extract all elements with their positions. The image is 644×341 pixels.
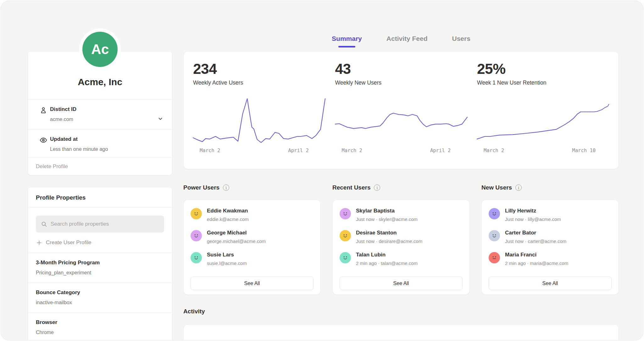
activity-card: 234 240 3.4k: [183, 324, 619, 340]
week1-retention-chart: [477, 97, 609, 144]
info-icon[interactable]: i: [515, 184, 522, 191]
activity-stat-value: 234: [193, 338, 325, 340]
user-detail: 2 min ago · talan@acme.com: [356, 260, 418, 266]
user-detail: eddie.k@acme.com: [207, 216, 249, 222]
chevron-down-icon[interactable]: [157, 115, 164, 122]
user-row[interactable]: Eddie Kwakman eddie.k@acme.com: [191, 207, 314, 222]
user-avatar: [340, 252, 351, 263]
user-avatar: [489, 208, 500, 219]
user-detail: susie.l@acme.com: [207, 260, 247, 266]
x-axis-tick: March 2: [200, 148, 220, 153]
tab-activity-feed[interactable]: Activity Feed: [386, 34, 428, 43]
stat-value: 25%: [477, 61, 609, 77]
user-name: Maria Franci: [505, 251, 568, 258]
x-axis-tick: March 2: [342, 148, 362, 153]
stat-weekly-new-users: 43 Weekly New Users March 2 April 2: [335, 52, 467, 155]
profile-properties-title: Profile Properties: [36, 194, 164, 201]
property-row[interactable]: Bounce Category inactive-mailbox: [28, 283, 172, 312]
list-title: Recent Users: [332, 184, 370, 191]
stat-week1-retention: 25% Week 1 New User Retention March 2 Ma…: [477, 52, 609, 155]
property-label: Bounce Category: [36, 289, 164, 296]
updated-at-row: Updated at Less than one minute ago: [28, 129, 172, 157]
info-icon[interactable]: i: [374, 184, 380, 191]
x-axis-tick: April 2: [288, 148, 308, 153]
user-detail: george.michael@acme.com: [207, 238, 266, 244]
see-all-button[interactable]: See All: [340, 277, 463, 290]
activity-stat-value: 3.4k: [477, 338, 609, 340]
search-icon: [41, 221, 47, 228]
x-axis-tick: March 2: [484, 148, 504, 153]
user-name: George Michael: [207, 229, 266, 236]
tab-users[interactable]: Users: [452, 34, 470, 43]
user-name: Desirae Stanton: [356, 229, 422, 236]
stat-weekly-active-users: 234 Weekly Active Users March 2 April 2: [193, 52, 325, 155]
recent-users-section: Recent Users i Skylar Baptista Just now …: [332, 184, 470, 295]
eye-icon: [39, 136, 47, 144]
profile-properties-card: Profile Properties Create User Profile 3…: [28, 187, 172, 340]
x-axis-tick: March 10: [572, 148, 596, 153]
user-name: Susie Lars: [207, 251, 247, 258]
company-name: Acme, Inc: [78, 77, 122, 87]
delete-profile-button[interactable]: Delete Profile: [36, 163, 68, 170]
user-row[interactable]: Talan Lubin 2 min ago · talan@acme.com: [340, 251, 463, 266]
stat-value: 234: [193, 61, 325, 77]
person-icon: [39, 106, 47, 114]
tab-summary[interactable]: Summary: [332, 34, 362, 43]
user-row[interactable]: Desirae Stanton Just now · desirare@acme…: [340, 229, 463, 244]
list-title: Power Users: [183, 184, 219, 191]
user-row[interactable]: Carter Bator Just now · carter@acme.com: [489, 229, 612, 244]
plus-icon: [36, 240, 42, 246]
power-users-card: Eddie Kwakman eddie.k@acme.com George Mi…: [183, 200, 321, 295]
user-avatar: [340, 208, 351, 219]
user-name: Carter Bator: [505, 229, 566, 236]
info-icon[interactable]: i: [223, 184, 229, 191]
x-axis: March 2 April 2: [335, 148, 467, 155]
stat-label: Weekly New Users: [335, 80, 467, 86]
list-title: New Users: [481, 184, 512, 191]
recent-users-header: Recent Users i: [332, 184, 470, 191]
new-users-section: New Users i Lilly Herwitz Just now · lil…: [481, 184, 619, 295]
delete-profile-row: Delete Profile: [28, 157, 172, 175]
x-axis: March 2 March 10: [477, 148, 609, 155]
weekly-active-users-chart: [193, 97, 325, 144]
x-axis-tick: April 2: [430, 148, 451, 153]
user-row[interactable]: Susie Lars susie.l@acme.com: [191, 251, 314, 266]
recent-users-card: Skylar Baptista Just now · skyler@acme.c…: [332, 200, 470, 295]
property-row[interactable]: 3-Month Pricing Program Pricing_plan_exp…: [28, 253, 172, 283]
new-users-header: New Users i: [481, 184, 619, 191]
user-detail: Just now · carter@acme.com: [505, 238, 566, 244]
updated-at-label: Updated at: [50, 136, 164, 143]
create-user-profile-button[interactable]: Create User Profile: [28, 233, 172, 253]
user-detail: 2 min ago · maria@acme.com: [505, 260, 568, 266]
company-avatar: Ac: [79, 29, 121, 70]
search-input[interactable]: [51, 221, 159, 227]
create-user-profile-label: Create User Profile: [46, 239, 92, 246]
updated-at-value: Less than one minute ago: [50, 146, 164, 152]
user-name: Skylar Baptista: [356, 207, 418, 214]
stat-label: Weekly Active Users: [193, 80, 325, 86]
profile-properties-header: Profile Properties: [28, 187, 172, 207]
summary-card: 234 Weekly Active Users March 2 April 2 …: [183, 51, 619, 169]
power-users-header: Power Users i: [183, 184, 321, 191]
distinct-id-row: Distinct ID acme.com: [28, 99, 172, 129]
property-row[interactable]: Browser Chrome: [28, 312, 172, 340]
user-detail: Just now · lilly@acme.com: [505, 216, 561, 222]
property-value: inactive-mailbox: [36, 299, 164, 306]
see-all-button[interactable]: See All: [489, 277, 612, 290]
app-frame: Ac Acme, Inc Distinct ID acme.com Update…: [1, 1, 643, 340]
weekly-new-users-chart: [335, 97, 467, 144]
new-users-card: Lilly Herwitz Just now · lilly@acme.com …: [481, 200, 619, 295]
user-name: Eddie Kwakman: [207, 207, 249, 214]
user-detail: Just now · skyler@acme.com: [356, 216, 418, 222]
see-all-button[interactable]: See All: [191, 277, 314, 290]
user-name: Talan Lubin: [356, 251, 418, 258]
user-row[interactable]: Skylar Baptista Just now · skyler@acme.c…: [340, 207, 463, 222]
user-row[interactable]: Lilly Herwitz Just now · lilly@acme.com: [489, 207, 612, 222]
profile-properties-search: [36, 216, 164, 233]
activity-stat-value: 240: [335, 338, 467, 340]
user-row[interactable]: George Michael george.michael@acme.com: [191, 229, 314, 244]
user-detail: Just now · desirare@acme.com: [356, 238, 422, 244]
property-label: Browser: [36, 319, 164, 326]
x-axis: March 2 April 2: [193, 148, 325, 155]
user-row[interactable]: Maria Franci 2 min ago · maria@acme.com: [489, 251, 612, 266]
